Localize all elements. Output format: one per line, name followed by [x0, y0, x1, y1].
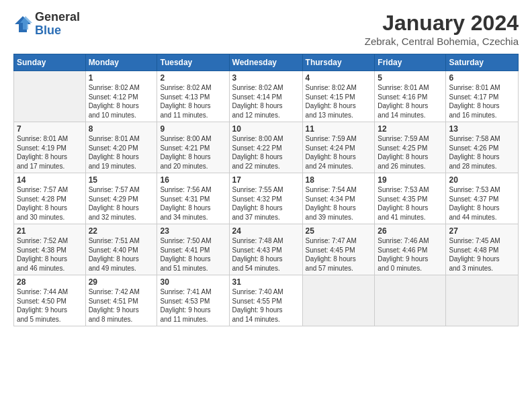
- logo: General Blue: [13, 11, 80, 38]
- table-row: 19Sunrise: 7:53 AM Sunset: 4:35 PM Dayli…: [375, 173, 446, 224]
- table-row: 9Sunrise: 8:00 AM Sunset: 4:21 PM Daylig…: [157, 122, 229, 173]
- day-number: 6: [449, 73, 515, 83]
- table-row: 24Sunrise: 7:48 AM Sunset: 4:43 PM Dayli…: [229, 224, 302, 275]
- day-info: Sunrise: 8:01 AM Sunset: 4:19 PM Dayligh…: [17, 134, 83, 171]
- day-info: Sunrise: 8:00 AM Sunset: 4:21 PM Dayligh…: [160, 134, 226, 171]
- table-row: 21Sunrise: 7:52 AM Sunset: 4:38 PM Dayli…: [14, 224, 86, 275]
- table-row: 14Sunrise: 7:57 AM Sunset: 4:28 PM Dayli…: [14, 173, 86, 224]
- day-info: Sunrise: 7:58 AM Sunset: 4:26 PM Dayligh…: [449, 134, 515, 171]
- table-row: [375, 275, 446, 326]
- table-row: 27Sunrise: 7:45 AM Sunset: 4:48 PM Dayli…: [446, 224, 519, 275]
- calendar-header-row: Sunday Monday Tuesday Wednesday Thursday…: [14, 54, 519, 71]
- day-number: 9: [160, 124, 226, 134]
- day-number: 2: [160, 73, 226, 83]
- table-row: 10Sunrise: 8:00 AM Sunset: 4:22 PM Dayli…: [229, 122, 302, 173]
- header-tuesday: Tuesday: [157, 54, 229, 71]
- header-wednesday: Wednesday: [229, 54, 302, 71]
- day-number: 30: [160, 277, 226, 287]
- day-info: Sunrise: 7:45 AM Sunset: 4:48 PM Dayligh…: [449, 236, 515, 273]
- table-row: 4Sunrise: 8:02 AM Sunset: 4:15 PM Daylig…: [302, 71, 375, 122]
- table-row: 13Sunrise: 7:58 AM Sunset: 4:26 PM Dayli…: [446, 122, 519, 173]
- table-row: 1Sunrise: 8:02 AM Sunset: 4:12 PM Daylig…: [85, 71, 157, 122]
- day-number: 5: [378, 73, 443, 83]
- calendar-week-row: 14Sunrise: 7:57 AM Sunset: 4:28 PM Dayli…: [14, 173, 519, 224]
- day-info: Sunrise: 7:54 AM Sunset: 4:34 PM Dayligh…: [306, 185, 372, 222]
- day-number: 13: [449, 124, 515, 134]
- day-info: Sunrise: 8:02 AM Sunset: 4:15 PM Dayligh…: [306, 83, 372, 120]
- day-number: 21: [17, 226, 83, 236]
- day-info: Sunrise: 7:51 AM Sunset: 4:40 PM Dayligh…: [89, 236, 154, 273]
- table-row: 18Sunrise: 7:54 AM Sunset: 4:34 PM Dayli…: [302, 173, 375, 224]
- table-row: 30Sunrise: 7:41 AM Sunset: 4:53 PM Dayli…: [157, 275, 229, 326]
- day-number: 1: [89, 73, 154, 83]
- day-number: 12: [378, 124, 443, 134]
- table-row: 15Sunrise: 7:57 AM Sunset: 4:29 PM Dayli…: [85, 173, 157, 224]
- day-number: 15: [89, 175, 154, 185]
- day-info: Sunrise: 7:44 AM Sunset: 4:50 PM Dayligh…: [17, 287, 83, 324]
- calendar-week-row: 1Sunrise: 8:02 AM Sunset: 4:12 PM Daylig…: [14, 71, 519, 122]
- main-title: January 2024: [365, 11, 519, 36]
- table-row: 17Sunrise: 7:55 AM Sunset: 4:32 PM Dayli…: [229, 173, 302, 224]
- table-row: 2Sunrise: 8:02 AM Sunset: 4:13 PM Daylig…: [157, 71, 229, 122]
- calendar-week-row: 21Sunrise: 7:52 AM Sunset: 4:38 PM Dayli…: [14, 224, 519, 275]
- day-number: 24: [232, 226, 300, 236]
- subtitle: Zebrak, Central Bohemia, Czechia: [365, 36, 519, 47]
- table-row: 26Sunrise: 7:46 AM Sunset: 4:46 PM Dayli…: [375, 224, 446, 275]
- table-row: 22Sunrise: 7:51 AM Sunset: 4:40 PM Dayli…: [85, 224, 157, 275]
- day-info: Sunrise: 8:02 AM Sunset: 4:14 PM Dayligh…: [232, 83, 300, 120]
- table-row: 7Sunrise: 8:01 AM Sunset: 4:19 PM Daylig…: [14, 122, 86, 173]
- table-row: [446, 275, 519, 326]
- table-row: 23Sunrise: 7:50 AM Sunset: 4:41 PM Dayli…: [157, 224, 229, 275]
- day-info: Sunrise: 7:59 AM Sunset: 4:24 PM Dayligh…: [306, 134, 372, 171]
- day-number: 16: [160, 175, 226, 185]
- day-info: Sunrise: 7:47 AM Sunset: 4:45 PM Dayligh…: [306, 236, 372, 273]
- day-number: 14: [17, 175, 83, 185]
- calendar: Sunday Monday Tuesday Wednesday Thursday…: [13, 54, 519, 326]
- table-row: 8Sunrise: 8:01 AM Sunset: 4:20 PM Daylig…: [85, 122, 157, 173]
- header-friday: Friday: [375, 54, 446, 71]
- logo-general: General: [35, 11, 80, 24]
- day-info: Sunrise: 8:01 AM Sunset: 4:17 PM Dayligh…: [449, 83, 515, 120]
- day-number: 28: [17, 277, 83, 287]
- header-saturday: Saturday: [446, 54, 519, 71]
- day-info: Sunrise: 8:02 AM Sunset: 4:13 PM Dayligh…: [160, 83, 226, 120]
- day-info: Sunrise: 8:00 AM Sunset: 4:22 PM Dayligh…: [232, 134, 300, 171]
- day-info: Sunrise: 7:46 AM Sunset: 4:46 PM Dayligh…: [378, 236, 443, 273]
- logo-icon: [13, 15, 32, 34]
- day-number: 3: [232, 73, 300, 83]
- table-row: 20Sunrise: 7:53 AM Sunset: 4:37 PM Dayli…: [446, 173, 519, 224]
- table-row: 25Sunrise: 7:47 AM Sunset: 4:45 PM Dayli…: [302, 224, 375, 275]
- logo-blue: Blue: [35, 24, 80, 38]
- header-thursday: Thursday: [302, 54, 375, 71]
- table-row: 11Sunrise: 7:59 AM Sunset: 4:24 PM Dayli…: [302, 122, 375, 173]
- day-info: Sunrise: 7:42 AM Sunset: 4:51 PM Dayligh…: [89, 287, 154, 324]
- day-number: 29: [89, 277, 154, 287]
- day-number: 8: [89, 124, 154, 134]
- day-info: Sunrise: 7:56 AM Sunset: 4:31 PM Dayligh…: [160, 185, 226, 222]
- day-info: Sunrise: 7:53 AM Sunset: 4:37 PM Dayligh…: [449, 185, 515, 222]
- day-number: 10: [232, 124, 300, 134]
- day-info: Sunrise: 7:59 AM Sunset: 4:25 PM Dayligh…: [378, 134, 443, 171]
- day-number: 31: [232, 277, 300, 287]
- day-number: 26: [378, 226, 443, 236]
- day-info: Sunrise: 8:01 AM Sunset: 4:16 PM Dayligh…: [378, 83, 443, 120]
- table-row: [14, 71, 86, 122]
- day-info: Sunrise: 7:40 AM Sunset: 4:55 PM Dayligh…: [232, 287, 300, 324]
- table-row: 16Sunrise: 7:56 AM Sunset: 4:31 PM Dayli…: [157, 173, 229, 224]
- table-row: 12Sunrise: 7:59 AM Sunset: 4:25 PM Dayli…: [375, 122, 446, 173]
- day-number: 27: [449, 226, 515, 236]
- header-sunday: Sunday: [14, 54, 86, 71]
- day-info: Sunrise: 7:50 AM Sunset: 4:41 PM Dayligh…: [160, 236, 226, 273]
- logo-text: General Blue: [35, 11, 80, 38]
- table-row: 31Sunrise: 7:40 AM Sunset: 4:55 PM Dayli…: [229, 275, 302, 326]
- day-info: Sunrise: 8:01 AM Sunset: 4:20 PM Dayligh…: [89, 134, 154, 171]
- day-info: Sunrise: 7:57 AM Sunset: 4:28 PM Dayligh…: [17, 185, 83, 222]
- day-info: Sunrise: 8:02 AM Sunset: 4:12 PM Dayligh…: [89, 83, 154, 120]
- day-number: 23: [160, 226, 226, 236]
- day-info: Sunrise: 7:52 AM Sunset: 4:38 PM Dayligh…: [17, 236, 83, 273]
- title-block: January 2024 Zebrak, Central Bohemia, Cz…: [365, 11, 519, 47]
- table-row: [302, 275, 375, 326]
- day-info: Sunrise: 7:48 AM Sunset: 4:43 PM Dayligh…: [232, 236, 300, 273]
- table-row: 6Sunrise: 8:01 AM Sunset: 4:17 PM Daylig…: [446, 71, 519, 122]
- day-number: 20: [449, 175, 515, 185]
